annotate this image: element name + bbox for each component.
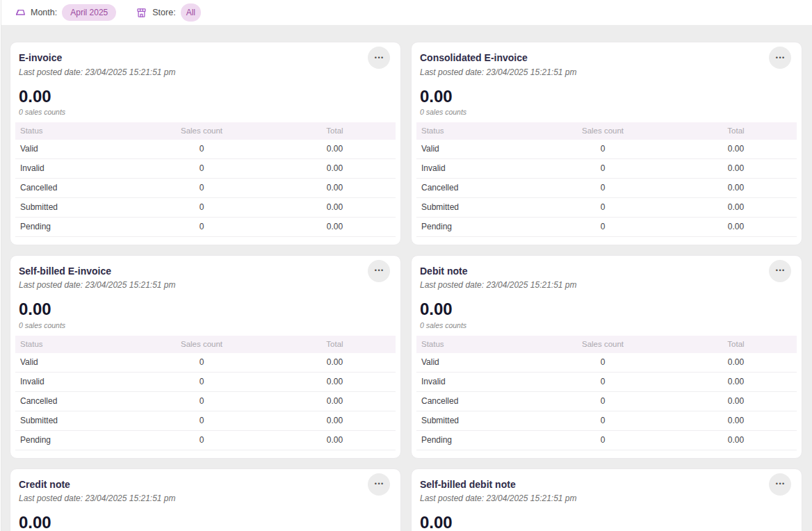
table-row: Submitted 0 0.00 — [15, 198, 396, 218]
status-cell: Cancelled — [15, 396, 129, 406]
sales-count-cell: 0 — [530, 435, 675, 445]
status-header: Status — [416, 126, 530, 135]
total-cell: 0.00 — [274, 396, 396, 406]
status-cell: Invalid — [416, 163, 530, 173]
table-row: Invalid 0 0.00 — [416, 159, 797, 179]
total-cell: 0.00 — [675, 222, 797, 231]
sales-count-cell: 0 — [129, 435, 274, 445]
total-cell: 0.00 — [274, 377, 396, 386]
status-cell: Cancelled — [416, 183, 530, 193]
total-amount: 0.00 — [420, 300, 793, 318]
card-title: Consolidated E-invoice — [420, 52, 793, 65]
sales-count-cell: 0 — [129, 183, 274, 193]
table-row: Cancelled 0 0.00 — [416, 179, 797, 198]
table-row: Submitted 0 0.00 — [416, 411, 797, 431]
summary-card: E-invoice Last posted date: 23/04/2025 1… — [10, 42, 401, 245]
status-header: Status — [416, 340, 530, 348]
month-filter: Month: April 2025 — [14, 4, 116, 21]
status-cell: Submitted — [416, 416, 530, 425]
month-filter-label: Month: — [31, 8, 57, 17]
table-row: Invalid 0 0.00 — [416, 373, 797, 392]
table-header-row: Status Sales count Total — [416, 122, 797, 140]
sales-count-cell: 0 — [530, 144, 675, 154]
table-row: Valid 0 0.00 — [15, 353, 396, 373]
more-options-button[interactable]: ••• — [769, 260, 791, 282]
total-cell: 0.00 — [274, 183, 396, 193]
total-cell: 0.00 — [274, 435, 396, 445]
table-body: Valid 0 0.00 Invalid 0 0.00 Cancelled 0 … — [416, 353, 797, 450]
total-cell: 0.00 — [675, 163, 797, 173]
table-row: Pending 0 0.00 — [416, 218, 797, 237]
sales-count-cell: 0 — [530, 377, 675, 386]
table-row: Cancelled 0 0.00 — [15, 179, 396, 198]
total-cell: 0.00 — [274, 202, 396, 212]
card-title: E-invoice — [19, 52, 392, 65]
sales-count-header: Sales count — [129, 340, 274, 348]
storefront-icon — [136, 7, 147, 19]
last-posted-date: Last posted date: 23/04/2025 15:21:51 pm — [420, 67, 793, 78]
last-posted-date: Last posted date: 23/04/2025 15:21:51 pm — [420, 280, 793, 291]
total-cell: 0.00 — [274, 416, 396, 425]
table-header-row: Status Sales count Total — [416, 336, 797, 353]
more-options-button[interactable]: ••• — [769, 473, 791, 496]
total-cell: 0.00 — [274, 163, 396, 173]
status-cell: Submitted — [15, 416, 129, 425]
more-options-button[interactable]: ••• — [769, 47, 791, 69]
total-cell: 0.00 — [675, 435, 797, 445]
total-amount: 0.00 — [19, 300, 392, 318]
card-title: Credit note — [19, 479, 392, 491]
total-cell: 0.00 — [675, 377, 797, 386]
sales-count-header: Sales count — [129, 126, 274, 135]
left-edge — [0, 0, 1, 531]
total-cell: 0.00 — [675, 357, 797, 367]
sales-count-cell: 0 — [530, 222, 675, 231]
last-posted-date: Last posted date: 23/04/2025 15:21:51 pm — [19, 280, 392, 291]
card-title: Self-billed debit note — [420, 479, 793, 491]
sales-count-cell: 0 — [129, 377, 274, 386]
total-header: Total — [274, 340, 396, 348]
more-options-button[interactable]: ••• — [368, 473, 390, 496]
filter-bar: Month: April 2025 Store: All — [0, 0, 812, 25]
total-cell: 0.00 — [675, 202, 797, 212]
sales-count-cell: 0 — [129, 202, 274, 212]
sales-count-cell: 0 — [129, 163, 274, 173]
status-cell: Invalid — [416, 377, 530, 386]
summary-card: Credit note Last posted date: 23/04/2025… — [10, 468, 401, 531]
table-row: Submitted 0 0.00 — [416, 198, 797, 218]
table-body: Valid 0 0.00 Invalid 0 0.00 Cancelled 0 … — [15, 140, 396, 237]
more-options-button[interactable]: ••• — [368, 260, 390, 282]
status-cell: Pending — [15, 435, 129, 445]
status-cell: Valid — [416, 144, 530, 154]
last-posted-date: Last posted date: 23/04/2025 15:21:51 pm — [420, 493, 793, 504]
sales-count-note: 0 sales counts — [420, 321, 793, 329]
total-header: Total — [274, 126, 396, 135]
total-amount: 0.00 — [420, 88, 793, 106]
status-header: Status — [15, 340, 129, 348]
sales-count-cell: 0 — [530, 163, 675, 173]
status-cell: Submitted — [416, 202, 530, 212]
total-cell: 0.00 — [675, 416, 797, 425]
last-posted-date: Last posted date: 23/04/2025 15:21:51 pm — [19, 67, 392, 78]
table-row: Pending 0 0.00 — [15, 431, 396, 450]
total-header: Total — [675, 340, 797, 348]
sales-count-note: 0 sales counts — [19, 321, 392, 329]
sales-count-note: 0 sales counts — [19, 108, 392, 116]
total-cell: 0.00 — [675, 183, 797, 193]
card-title: Debit note — [420, 266, 793, 278]
table-body: Valid 0 0.00 Invalid 0 0.00 Cancelled 0 … — [416, 140, 797, 237]
table-row: Cancelled 0 0.00 — [416, 392, 797, 411]
ellipsis-icon: ••• — [373, 55, 384, 61]
status-cell: Submitted — [15, 202, 129, 212]
status-cell: Valid — [15, 144, 129, 154]
total-cell: 0.00 — [675, 396, 797, 406]
store-filter-value[interactable]: All — [181, 3, 201, 22]
status-table: Status Sales count Total Valid 0 0.00 In… — [15, 336, 396, 450]
sales-count-cell: 0 — [129, 144, 274, 154]
table-body: Valid 0 0.00 Invalid 0 0.00 Cancelled 0 … — [15, 353, 396, 450]
table-row: Pending 0 0.00 — [15, 218, 396, 237]
sales-count-cell: 0 — [129, 357, 274, 367]
month-filter-value[interactable]: April 2025 — [62, 4, 116, 21]
more-options-button[interactable]: ••• — [368, 47, 390, 69]
ellipsis-icon: ••• — [774, 268, 785, 274]
sales-count-cell: 0 — [530, 396, 675, 406]
